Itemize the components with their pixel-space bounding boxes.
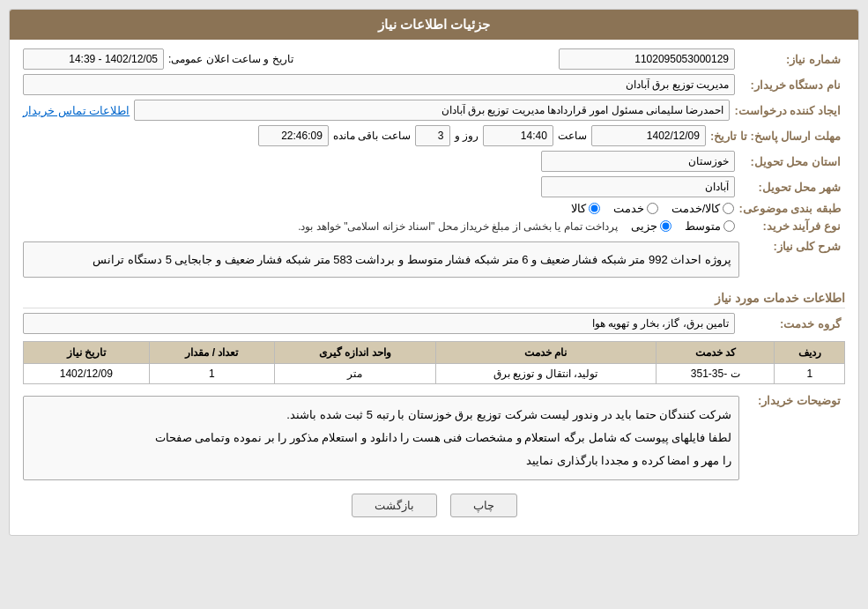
category-radio-khedmat-input[interactable] bbox=[647, 203, 658, 214]
category-radio-kala-khedmat[interactable]: کالا/خدمت bbox=[671, 202, 735, 215]
card-body: شماره نیاز: تاریخ و ساعت اعلان عمومی: نا… bbox=[10, 40, 858, 535]
purchase-type-row: نوع فرآیند خرید: متوسط جزیی پرداخت تمام … bbox=[23, 219, 845, 233]
need-description-content: پروژه احداث 992 متر شبکه فشار ضعیف و 6 م… bbox=[23, 237, 739, 282]
deadline-row: مهلت ارسال پاسخ: تا تاریخ: ساعت روز و سا… bbox=[23, 125, 845, 146]
category-radio-kala[interactable]: کالا bbox=[571, 202, 600, 215]
buyer-notes-content: شرکت کنندگان حتما باید در وندور لیست شرک… bbox=[23, 391, 739, 485]
card-header: جزئیات اطلاعات نیاز bbox=[10, 10, 858, 40]
services-table: ردیف کد خدمت نام خدمت واحد اندازه گیری ت… bbox=[23, 341, 845, 384]
need-number-input[interactable] bbox=[559, 48, 735, 70]
buyer-notes-row: توضیحات خریدار: شرکت کنندگان حتما باید د… bbox=[23, 391, 845, 485]
page-title: جزئیات اطلاعات نیاز bbox=[378, 17, 490, 32]
category-label-khedmat: خدمت bbox=[613, 202, 644, 215]
city-row: شهر محل تحویل: bbox=[23, 176, 845, 197]
purchase-note: پرداخت تمام یا بخشی از مبلغ خریداز محل "… bbox=[298, 220, 618, 233]
page-wrapper: جزئیات اطلاعات نیاز شماره نیاز: تاریخ و … bbox=[0, 0, 868, 609]
buyer-name-label: نام دستگاه خریدار: bbox=[739, 78, 845, 92]
category-radio-kala-khedmat-input[interactable] bbox=[723, 203, 734, 214]
col-header-quantity: تعداد / مقدار bbox=[149, 342, 274, 364]
purchase-type-radio-jozi[interactable]: جزیی bbox=[631, 219, 671, 233]
need-description-label: شرح کلی نیاز: bbox=[739, 237, 845, 253]
deadline-label: مهلت ارسال پاسخ: تا تاریخ: bbox=[710, 130, 845, 143]
category-row: طبقه بندی موضوعی: کالا/خدمت خدمت کالا bbox=[23, 202, 845, 215]
creator-input[interactable] bbox=[134, 100, 730, 121]
purchase-type-label: نوع فرآیند خرید: bbox=[739, 219, 845, 233]
services-section-title: اطلاعات خدمات مورد نیاز bbox=[23, 291, 845, 308]
col-header-unit: واحد اندازه گیری bbox=[275, 342, 436, 364]
announce-date-input[interactable] bbox=[23, 48, 164, 70]
need-description-box: پروژه احداث 992 متر شبکه فشار ضعیف و 6 م… bbox=[23, 241, 739, 278]
purchase-label-motavaset: متوسط bbox=[685, 219, 721, 233]
print-button[interactable]: چاپ bbox=[450, 494, 517, 517]
purchase-radio-motavaset-input[interactable] bbox=[723, 220, 735, 232]
buyer-notes-line2: لطفا فایلهای پیوست که شامل برگه استعلام … bbox=[31, 427, 731, 449]
cell-quantity: 1 bbox=[149, 364, 274, 384]
category-radio-group: کالا/خدمت خدمت کالا bbox=[571, 202, 735, 215]
contact-link[interactable]: اطلاعات تماس خریدار bbox=[23, 104, 130, 117]
cell-name: تولید، انتقال و توزیع برق bbox=[435, 364, 656, 384]
back-button[interactable]: بازگشت bbox=[352, 494, 437, 517]
category-label: طبقه بندی موضوعی: bbox=[738, 202, 845, 215]
deadline-time-label: ساعت bbox=[558, 130, 587, 142]
purchase-type-radio-motavaset[interactable]: متوسط bbox=[685, 219, 735, 233]
province-row: استان محل تحویل: bbox=[23, 151, 845, 172]
deadline-remaining-input[interactable] bbox=[258, 125, 329, 146]
purchase-type-radio-group: متوسط جزیی bbox=[631, 219, 735, 233]
announce-date-label: تاریخ و ساعت اعلان عمومی: bbox=[168, 53, 293, 65]
city-label: شهر محل تحویل: bbox=[739, 181, 845, 194]
category-radio-kala-input[interactable] bbox=[589, 203, 600, 214]
cell-row: 1 bbox=[775, 364, 845, 384]
deadline-days-input[interactable] bbox=[415, 125, 450, 146]
deadline-time-input[interactable] bbox=[483, 125, 553, 146]
need-description-row: شرح کلی نیاز: پروژه احداث 992 متر شبکه ف… bbox=[23, 237, 845, 282]
service-group-row: گروه خدمت: bbox=[23, 313, 845, 334]
buyer-name-input[interactable] bbox=[23, 74, 735, 95]
cell-code: ت -35-351 bbox=[656, 364, 775, 384]
city-input[interactable] bbox=[541, 176, 735, 197]
category-label-kala: کالا bbox=[571, 202, 586, 215]
category-label-kala-khedmat: کالا/خدمت bbox=[671, 202, 721, 215]
need-description-text: پروژه احداث 992 متر شبکه فشار ضعیف و 6 م… bbox=[93, 253, 731, 266]
buyer-name-row: نام دستگاه خریدار: bbox=[23, 74, 845, 95]
service-group-input[interactable] bbox=[23, 313, 735, 334]
col-header-name: نام خدمت bbox=[435, 342, 656, 364]
buyer-notes-line1: شرکت کنندگان حتما باید در وندور لیست شرک… bbox=[31, 404, 731, 427]
deadline-remaining-label: ساعت باقی مانده bbox=[333, 130, 411, 142]
deadline-days-label: روز و bbox=[455, 130, 479, 142]
province-label: استان محل تحویل: bbox=[739, 155, 845, 168]
services-table-head: ردیف کد خدمت نام خدمت واحد اندازه گیری ت… bbox=[24, 342, 845, 364]
buyer-notes-line3: را مهر و امضا کرده و مجددا بارگذاری نمای… bbox=[31, 449, 731, 472]
category-radio-khedmat[interactable]: خدمت bbox=[613, 202, 658, 215]
col-header-date: تاریخ نیاز bbox=[24, 342, 150, 364]
services-table-header-row: ردیف کد خدمت نام خدمت واحد اندازه گیری ت… bbox=[24, 342, 845, 364]
col-header-row: ردیف bbox=[775, 342, 845, 364]
button-row: چاپ بازگشت bbox=[23, 494, 845, 526]
col-header-code: کد خدمت bbox=[656, 342, 775, 364]
purchase-radio-jozi-input[interactable] bbox=[660, 220, 671, 232]
cell-date: 1402/12/09 bbox=[24, 364, 150, 384]
creator-label: ایجاد کننده درخواست: bbox=[734, 104, 845, 117]
services-table-body: 1 ت -35-351 تولید، انتقال و توزیع برق مت… bbox=[24, 364, 845, 384]
deadline-date-input[interactable] bbox=[591, 125, 706, 146]
service-group-label: گروه خدمت: bbox=[739, 317, 845, 330]
need-number-label: شماره نیاز: bbox=[739, 53, 845, 66]
main-card: جزئیات اطلاعات نیاز شماره نیاز: تاریخ و … bbox=[9, 9, 859, 536]
buyer-notes-box: شرکت کنندگان حتما باید در وندور لیست شرک… bbox=[23, 396, 739, 480]
province-input[interactable] bbox=[541, 151, 735, 172]
creator-row: ایجاد کننده درخواست: اطلاعات تماس خریدار bbox=[23, 100, 845, 121]
purchase-label-jozi: جزیی bbox=[631, 219, 657, 233]
buyer-notes-label: توضیحات خریدار: bbox=[739, 391, 845, 407]
need-number-row: شماره نیاز: تاریخ و ساعت اعلان عمومی: bbox=[23, 48, 845, 70]
cell-unit: متر bbox=[275, 364, 436, 384]
table-row: 1 ت -35-351 تولید، انتقال و توزیع برق مت… bbox=[24, 364, 845, 384]
